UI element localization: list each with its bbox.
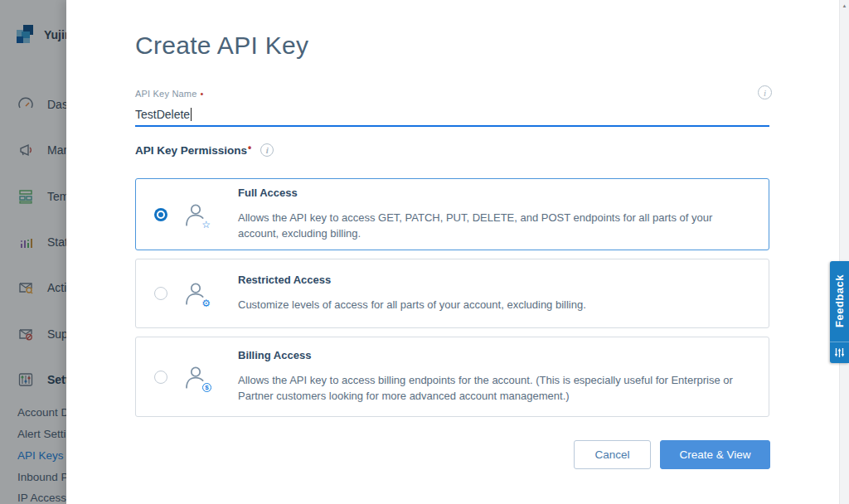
option-billing-access[interactable]: $ Billing Access Allows the API key to a… — [135, 337, 769, 417]
option-title: Full Access — [238, 187, 750, 199]
gear-badge-icon: ⚙ — [201, 298, 211, 308]
api-key-name-input[interactable]: TestDelete i — [135, 103, 769, 127]
person-gear-icon: ⚙ — [183, 281, 208, 306]
text-caret — [191, 108, 192, 121]
api-key-name-value: TestDelete — [135, 108, 190, 121]
option-description: Allows the API key to access GET, PATCH,… — [238, 211, 750, 242]
api-key-name-label: API Key Name• — [135, 89, 204, 99]
option-description: Customize levels of access for all parts… — [238, 298, 750, 313]
option-title: Restricted Access — [238, 274, 750, 286]
radio-restricted-access[interactable] — [154, 287, 167, 300]
scrollbar[interactable]: ▲ — [839, 0, 849, 504]
scrollbar-up-arrow-icon[interactable]: ▲ — [840, 3, 849, 8]
info-icon[interactable]: i — [758, 85, 772, 99]
option-full-access[interactable]: ☆ Full Access Allows the API key to acce… — [135, 178, 769, 250]
create-and-view-button[interactable]: Create & View — [660, 440, 770, 469]
feedback-label: Feedback — [833, 261, 846, 342]
sidebar: Yujin Dashboard Marketing — [0, 0, 66, 504]
option-title: Billing Access — [238, 349, 750, 361]
option-description: Allows the API key to access billing end… — [238, 373, 750, 405]
required-marker: • — [248, 142, 251, 153]
option-restricted-access[interactable]: ⚙ Restricted Access Customize levels of … — [135, 259, 769, 328]
api-key-permissions-label: API Key Permissions• i — [135, 143, 274, 157]
permission-options: ☆ Full Access Allows the API key to acce… — [135, 178, 769, 425]
person-star-icon: ☆ — [183, 202, 208, 227]
info-icon[interactable]: i — [260, 143, 274, 157]
radio-billing-access[interactable] — [154, 371, 167, 384]
cancel-button[interactable]: Cancel — [574, 440, 651, 469]
person-dollar-icon: $ — [183, 365, 208, 390]
dim-overlay — [0, 0, 66, 504]
create-api-key-panel: Create API Key API Key Name• TestDelete … — [66, 0, 839, 504]
sliders-icon — [830, 342, 849, 363]
radio-full-access[interactable] — [154, 208, 167, 221]
dollar-badge-icon: $ — [202, 383, 211, 392]
feedback-tab[interactable]: Feedback — [830, 261, 849, 363]
required-marker: • — [201, 89, 204, 99]
star-badge-icon: ☆ — [201, 220, 211, 230]
page-title: Create API Key — [135, 32, 308, 60]
create-api-key-screen: Yujin Dashboard Marketing — [0, 0, 849, 504]
